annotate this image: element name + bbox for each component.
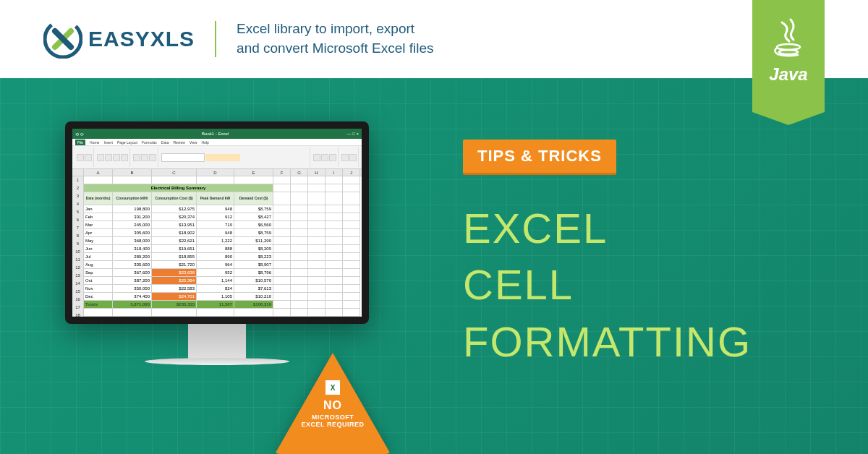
warning-line2: EXCEL REQUIRED [275,421,391,428]
monitor-base [145,358,289,365]
divider [215,21,216,57]
svg-point-2 [779,50,798,54]
java-label: Java [769,64,807,85]
row-numbers: 123456789101112131415161718 [72,176,84,317]
tagline: Excel library to import, export and conv… [237,20,433,58]
warning-no: NO [275,399,391,412]
excel-toolbar [72,146,362,169]
monitor-stand [188,324,246,360]
main-title: EXCEL CELL FORMATTING [463,200,752,370]
java-ribbon: Java [752,0,825,112]
header: EASYXLS Excel library to import, export … [0,0,868,78]
excel-column-headers: ABCDEFGHIJ [72,169,362,176]
excel-menu: FileHomeInsertPage LayoutFormulasDataRev… [72,139,362,146]
main-area: ⟲ ⟳Book1 - Excel— □ × FileHomeInsertPage… [0,78,868,454]
logo-text: EASYXLS [88,27,195,51]
excel-titlebar: ⟲ ⟳Book1 - Excel— □ × [72,129,362,139]
monitor-screen: ⟲ ⟳Book1 - Excel— □ × FileHomeInsertPage… [65,121,369,324]
warning-line1: MICROSOFT [275,414,391,421]
tips-badge: TIPS & TRICKS [463,140,616,175]
excel-icon: X [326,380,340,395]
java-icon [772,17,805,60]
logo: EASYXLS [43,20,195,59]
monitor: ⟲ ⟳Book1 - Excel— □ × FileHomeInsertPage… [65,121,369,374]
excel-window: ⟲ ⟳Book1 - Excel— □ × FileHomeInsertPage… [72,129,362,317]
content: TIPS & TRICKS EXCEL CELL FORMATTING [463,140,752,370]
warning-badge: X NO MICROSOFT EXCEL REQUIRED [275,353,391,454]
sheet-body: Electrical Billing SummaryDate (months)C… [84,176,362,317]
logo-icon [43,20,82,59]
